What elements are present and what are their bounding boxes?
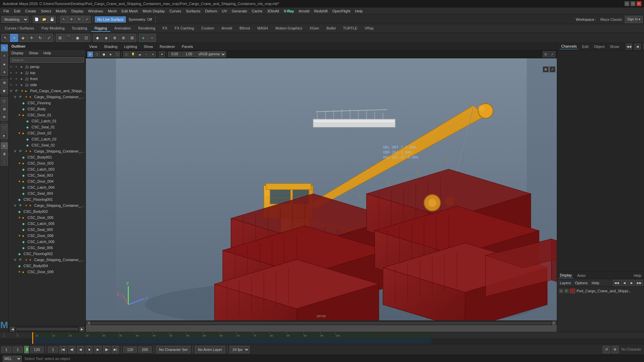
left-extra2[interactable]: ≣ xyxy=(1,150,8,158)
menu-mesh-display[interactable]: Mesh Display xyxy=(141,8,167,14)
left-extra1[interactable]: ≡ xyxy=(1,142,8,149)
rp-tab-anim[interactable]: Anim xyxy=(576,273,587,278)
tree-item-side[interactable]: ■ ■ ▶ 🎥 side xyxy=(9,82,86,88)
tab-rendering[interactable]: Rendering xyxy=(135,25,159,32)
tool-scale[interactable]: ⤢ xyxy=(45,34,53,42)
menu-file[interactable]: File xyxy=(1,8,11,14)
tool-plus[interactable]: + xyxy=(139,34,147,42)
range-end-display[interactable] xyxy=(123,347,137,353)
menu-surfaces[interactable]: Surfaces xyxy=(184,8,202,14)
fps-dropdown[interactable]: 24 fps 30 fps 60 fps xyxy=(229,346,250,353)
tool-cluster[interactable]: ⊕ xyxy=(119,34,127,42)
end-frame-input[interactable] xyxy=(30,347,44,353)
vp-menu-shading[interactable]: Shading xyxy=(102,44,119,49)
rp-tab-help[interactable]: Help xyxy=(632,273,643,278)
tree-item-csc-door02[interactable]: ▼ ● CSC_Door_02 xyxy=(9,130,86,136)
sign-in-button[interactable]: Sign In ▾ xyxy=(625,16,643,23)
symmetry-label[interactable]: Symmetry: Off xyxy=(127,17,153,21)
left-mesh[interactable]: ⊠ xyxy=(1,105,8,113)
menu-redshift[interactable]: Redshift xyxy=(312,8,329,14)
rp-tab-display[interactable]: Display xyxy=(558,273,573,278)
tree-item-container001[interactable]: V P ▼ ✦ Cargo_Shipping_Container_001 xyxy=(9,94,86,100)
vp-corner-maximize[interactable]: ⤢ xyxy=(549,66,555,72)
tab-sculpting[interactable]: Sculpting xyxy=(69,25,91,32)
menu-windows[interactable]: Windows xyxy=(86,8,105,14)
layer-row-main[interactable]: V P Port_Cargo_Crane_and_Shippi... xyxy=(558,287,643,295)
vp-btn-wire[interactable]: ⬡ xyxy=(94,51,100,57)
tool-minus[interactable]: − xyxy=(148,34,156,42)
menu-select[interactable]: Select xyxy=(39,8,53,14)
vp-btn-shaded[interactable]: ◼ xyxy=(101,51,107,57)
tab-turtle[interactable]: TURTLE xyxy=(340,25,361,32)
tree-item-csc-flooring002[interactable]: ◈ CSC_Flooring002 xyxy=(9,251,86,257)
tree-item-csc-seal003[interactable]: ◈ CSC_Seal_003 xyxy=(9,172,86,178)
tab-poly-modeling[interactable]: Poly Modeling xyxy=(38,25,68,32)
tree-item-csc-seal006[interactable]: ◈ CSC_Seal_006 xyxy=(9,245,86,251)
rp-tab-edit[interactable]: Edit xyxy=(581,44,590,49)
scale-tool-button[interactable]: ⤢ xyxy=(83,16,91,23)
menu-display[interactable]: Display xyxy=(69,8,86,14)
rp-tab-channels[interactable]: Channels xyxy=(560,44,578,49)
tree-item-top[interactable]: ■ ■ ▶ 🎥 top xyxy=(9,70,86,76)
vp-btn-shaded-wire[interactable]: ◈ xyxy=(107,51,113,57)
rp-layers-menu[interactable]: Layers xyxy=(558,281,572,285)
tool-ik[interactable]: ◆ xyxy=(93,34,101,42)
left-lasso[interactable]: ⌖ xyxy=(1,52,8,60)
menu-modify[interactable]: Modify xyxy=(54,8,68,14)
rp-del-layer[interactable]: ◀ xyxy=(621,280,627,286)
minimize-button[interactable]: ─ xyxy=(625,1,629,6)
playback-play[interactable]: ▶ xyxy=(94,346,102,353)
vp-btn-maximize[interactable]: ⤢ xyxy=(549,51,555,57)
menu-uv[interactable]: UV xyxy=(220,8,229,14)
character-set-button[interactable]: No Character Set xyxy=(156,346,191,353)
close-button[interactable]: ✕ xyxy=(637,1,641,6)
tab-animation[interactable]: Animation xyxy=(111,25,134,32)
tree-item-csc-latch005[interactable]: ◈ CSC_Latch_005 xyxy=(9,221,86,227)
vp-scroll-left[interactable]: ◀ xyxy=(87,321,91,325)
tab-arnold[interactable]: Arnold xyxy=(218,25,235,32)
menu-arnold[interactable]: Arnold xyxy=(297,8,312,14)
vp-menu-show[interactable]: Show xyxy=(142,44,155,49)
range-start-input[interactable] xyxy=(48,347,58,353)
script-language-select[interactable]: MEL Python xyxy=(3,356,22,362)
rp-help-menu[interactable]: Help xyxy=(590,281,601,285)
vp-btn-textured[interactable]: ⬛ xyxy=(114,51,120,57)
menu-create[interactable]: Create xyxy=(23,8,38,14)
vp-menu-view[interactable]: View xyxy=(87,44,99,49)
vp-btn-shadows[interactable]: ☁ xyxy=(137,51,143,57)
playback-stop[interactable]: ■ xyxy=(86,346,93,353)
vp-btn-aa[interactable]: A xyxy=(150,51,156,57)
tab-rigging[interactable]: Rigging xyxy=(91,25,110,32)
vp-menu-lighting[interactable]: Lighting xyxy=(122,44,139,49)
new-scene-button[interactable]: 📄 xyxy=(33,16,40,23)
rp-new-layer[interactable]: ◀◀ xyxy=(613,280,620,286)
tab-custom[interactable]: Custom xyxy=(198,25,217,32)
tab-xgen[interactable]: XGen xyxy=(306,25,322,32)
playback-prev[interactable]: ◀ xyxy=(77,346,84,353)
menu-3dtoall[interactable]: 3DtoAll xyxy=(265,8,281,14)
tree-item-container003[interactable]: V P ▼ ✦ Cargo_Shipping_Container_003 xyxy=(9,202,86,208)
tool-skin[interactable]: ⊗ xyxy=(111,34,119,42)
menu-curves[interactable]: Curves xyxy=(167,8,183,14)
menu-vray[interactable]: V-Ray xyxy=(282,8,296,14)
left-render[interactable]: ⬛ xyxy=(1,124,8,131)
menu-deform[interactable]: Deform xyxy=(203,8,219,14)
left-extra3[interactable]: ⋮ xyxy=(1,158,8,166)
vp-input-exposure[interactable] xyxy=(168,52,181,57)
tree-item-container002[interactable]: V P ▼ ✦ Cargo_Shipping_Container_002 xyxy=(9,148,86,154)
select-tool-button[interactable]: ↖ xyxy=(60,16,67,23)
tree-item-csc-door006[interactable]: ▼ ● CSC_Door_006 xyxy=(9,233,86,239)
vp-btn-isolate[interactable]: ⊡ xyxy=(543,51,549,57)
mode-dropdown[interactable]: Modeling Rigging Animation FX Rendering xyxy=(1,16,29,23)
tree-item-csc-seal004[interactable]: ◈ CSC_Seal_004 xyxy=(9,190,86,196)
tab-vray[interactable]: VRay xyxy=(361,25,377,32)
menu-edit[interactable]: Edit xyxy=(12,8,22,14)
outliner-search-input[interactable] xyxy=(10,57,84,63)
rp-move-layer[interactable]: ▶▶ xyxy=(636,280,643,286)
vp-btn-sel-mask[interactable]: ✦ xyxy=(159,51,165,57)
vp-btn-grid[interactable]: ⊞ xyxy=(87,51,93,57)
menu-help[interactable]: Help xyxy=(353,8,365,14)
vp-btn-ao[interactable]: ○ xyxy=(143,51,149,57)
vp-scroll-track[interactable] xyxy=(91,322,551,324)
outliner-scroll-right[interactable]: ▶ xyxy=(79,327,84,331)
